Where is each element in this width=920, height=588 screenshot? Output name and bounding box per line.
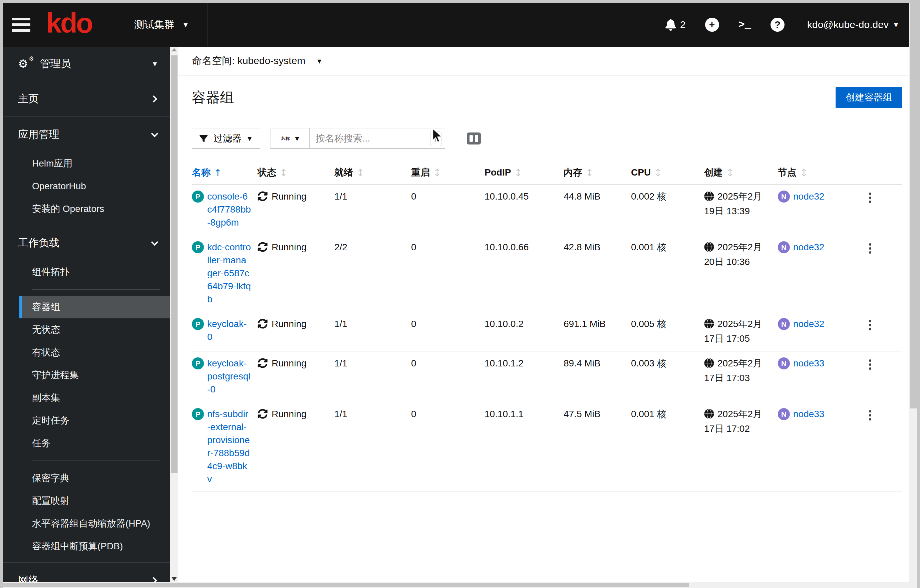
column-header-memory[interactable]: 内存 bbox=[564, 166, 631, 179]
scrollbar-thumb[interactable] bbox=[910, 3, 917, 408]
node-link[interactable]: node32 bbox=[793, 190, 824, 203]
username: kdo@kube-do.dev bbox=[807, 19, 889, 30]
quick-create-button[interactable]: + bbox=[705, 18, 719, 32]
caret-down-icon: ▾ bbox=[153, 60, 157, 68]
sidebar-item-jobs[interactable]: 任务 bbox=[19, 432, 170, 455]
user-menu[interactable]: kdo@kube-do.dev ▾ bbox=[807, 19, 898, 30]
column-header-cpu[interactable]: CPU bbox=[631, 166, 704, 179]
keyboard-shortcut-hint: / bbox=[430, 131, 442, 146]
pod-name-link[interactable]: kdc-controller-manager-6587c64b79-lktqb bbox=[207, 241, 251, 306]
node-link[interactable]: node32 bbox=[793, 241, 824, 254]
sidebar-group-network[interactable]: 网络 bbox=[3, 563, 170, 582]
pod-name-link[interactable]: keycloak-0 bbox=[207, 317, 251, 343]
globe-icon bbox=[704, 242, 714, 255]
sidebar-item-secrets[interactable]: 保密字典 bbox=[19, 467, 170, 489]
column-header-restarts[interactable]: 重启 bbox=[411, 166, 484, 179]
pod-name-link[interactable]: keycloak-postgresql-0 bbox=[207, 357, 251, 396]
caret-down-icon: ▾ bbox=[295, 134, 299, 143]
column-header-name[interactable]: 名称 bbox=[192, 166, 258, 179]
sidebar-group-app-management[interactable]: 应用管理 bbox=[3, 117, 170, 152]
pod-restarts: 0 bbox=[411, 190, 484, 203]
sidebar-item-configmaps[interactable]: 配置映射 bbox=[19, 489, 170, 512]
pod-name-link[interactable]: console-6c4f7788bb-8gp6m bbox=[207, 190, 251, 229]
pod-badge: P bbox=[192, 318, 204, 330]
node-link[interactable]: node33 bbox=[793, 357, 824, 370]
pod-name-link[interactable]: nfs-subdir-external-provisioner-788b59d4… bbox=[207, 407, 251, 486]
sync-status-icon bbox=[258, 358, 267, 368]
pod-badge: P bbox=[192, 357, 204, 369]
page-title: 容器组 bbox=[192, 88, 234, 107]
scroll-up-arrow[interactable] bbox=[172, 48, 177, 52]
row-actions-kebab[interactable] bbox=[869, 243, 871, 254]
sidebar-scrollbar[interactable] bbox=[170, 47, 178, 582]
sidebar-group-home[interactable]: 主页 bbox=[3, 81, 170, 117]
divider bbox=[32, 460, 160, 461]
row-actions-kebab[interactable] bbox=[869, 193, 871, 203]
node-link[interactable]: node32 bbox=[793, 317, 824, 330]
scrollbar-thumb[interactable] bbox=[3, 583, 689, 587]
node-badge: N bbox=[778, 318, 790, 330]
cluster-selector[interactable]: 测试集群 ▾ bbox=[114, 3, 207, 47]
app-management-items: Helm应用 OperatorHub 安装的 Operators bbox=[3, 152, 170, 225]
sidebar-item-deployments[interactable]: 无状态 bbox=[19, 318, 170, 341]
search-input[interactable] bbox=[310, 128, 445, 149]
notifications-button[interactable]: 2 bbox=[665, 19, 686, 31]
sidebar-item-topology[interactable]: 组件拓扑 bbox=[19, 261, 170, 283]
chevron-down-icon bbox=[151, 130, 158, 137]
manage-columns-button[interactable] bbox=[466, 132, 481, 145]
bell-icon bbox=[665, 19, 677, 31]
row-actions-kebab[interactable] bbox=[869, 410, 871, 421]
globe-icon bbox=[704, 319, 714, 332]
pod-restarts: 0 bbox=[411, 357, 484, 370]
question-circle-icon: ? bbox=[771, 18, 784, 32]
sidebar-group-workloads[interactable]: 工作负载 bbox=[3, 225, 170, 261]
pod-status: Running bbox=[272, 241, 306, 254]
caret-down-icon[interactable]: ▾ bbox=[317, 57, 321, 65]
sidebar-item-hpa[interactable]: 水平容器组自动缩放器(HPA) bbox=[19, 512, 170, 535]
sidebar-item-statefulsets[interactable]: 有状态 bbox=[19, 341, 170, 364]
column-header-status[interactable]: 状态 bbox=[258, 166, 334, 179]
pod-ready: 1/1 bbox=[334, 357, 411, 370]
scrollbar-thumb[interactable] bbox=[171, 55, 178, 473]
pod-ip: 10.10.1.1 bbox=[484, 407, 564, 421]
node-badge: N bbox=[778, 241, 790, 253]
sidebar-item-cronjobs[interactable]: 定时任务 bbox=[19, 409, 170, 432]
terminal-button[interactable]: >_ bbox=[739, 19, 751, 31]
globe-icon bbox=[704, 358, 714, 371]
cluster-name: 测试集群 bbox=[134, 18, 174, 32]
node-link[interactable]: node33 bbox=[793, 407, 824, 421]
sidebar-item-pods-active[interactable]: 容器组 bbox=[19, 296, 170, 318]
sidebar-item-daemonsets[interactable]: 守护进程集 bbox=[19, 364, 170, 386]
page-scrollbar-horizontal[interactable] bbox=[3, 582, 917, 588]
filter-toolbar: 过滤器 ▾ 名称 ▾ / bbox=[192, 128, 902, 149]
row-actions-kebab[interactable] bbox=[869, 360, 871, 370]
sidebar-item-helm[interactable]: Helm应用 bbox=[19, 152, 170, 175]
column-header-created[interactable]: 创建 bbox=[704, 166, 778, 179]
help-button[interactable]: ? bbox=[771, 18, 784, 32]
sidebar-item-operatorhub[interactable]: OperatorHub bbox=[19, 175, 170, 198]
search-attribute-select[interactable]: 名称 ▾ bbox=[270, 128, 310, 149]
perspective-switcher[interactable]: ⚙⚙ 管理员 ▾ bbox=[3, 47, 170, 81]
gears-icon: ⚙⚙ bbox=[18, 57, 33, 70]
sidebar-item-installed-operators[interactable]: 安装的 Operators bbox=[19, 198, 170, 220]
sidebar-item-pdb[interactable]: 容器组中断预算(PDB) bbox=[19, 535, 170, 558]
column-header-ready[interactable]: 就绪 bbox=[334, 166, 411, 179]
sidebar-item-replicasets[interactable]: 副本集 bbox=[19, 386, 170, 409]
column-header-node[interactable]: 节点 bbox=[778, 166, 857, 179]
search-box: / bbox=[310, 128, 445, 149]
pod-ip: 10.10.0.2 bbox=[484, 317, 564, 330]
caret-down-icon: ▾ bbox=[248, 134, 252, 143]
filter-dropdown[interactable]: 过滤器 ▾ bbox=[192, 128, 260, 149]
namespace-selector-label[interactable]: 命名空间: kubedo-system bbox=[192, 54, 305, 68]
chevron-right-icon bbox=[150, 95, 157, 102]
scroll-down-arrow[interactable] bbox=[172, 577, 177, 581]
pod-ip: 10.10.1.2 bbox=[484, 357, 564, 370]
terminal-icon: >_ bbox=[739, 19, 751, 31]
create-pod-button[interactable]: 创建容器组 bbox=[836, 87, 902, 108]
page-scrollbar-vertical[interactable] bbox=[909, 3, 917, 582]
column-header-podip[interactable]: PodIP bbox=[484, 166, 564, 179]
masthead: kdo 测试集群 ▾ 2 + >_ ? kdo@kube-do.dev ▾ bbox=[3, 3, 909, 47]
node-badge: N bbox=[778, 408, 790, 420]
row-actions-kebab[interactable] bbox=[869, 320, 871, 330]
nav-toggle-button[interactable] bbox=[3, 3, 39, 47]
